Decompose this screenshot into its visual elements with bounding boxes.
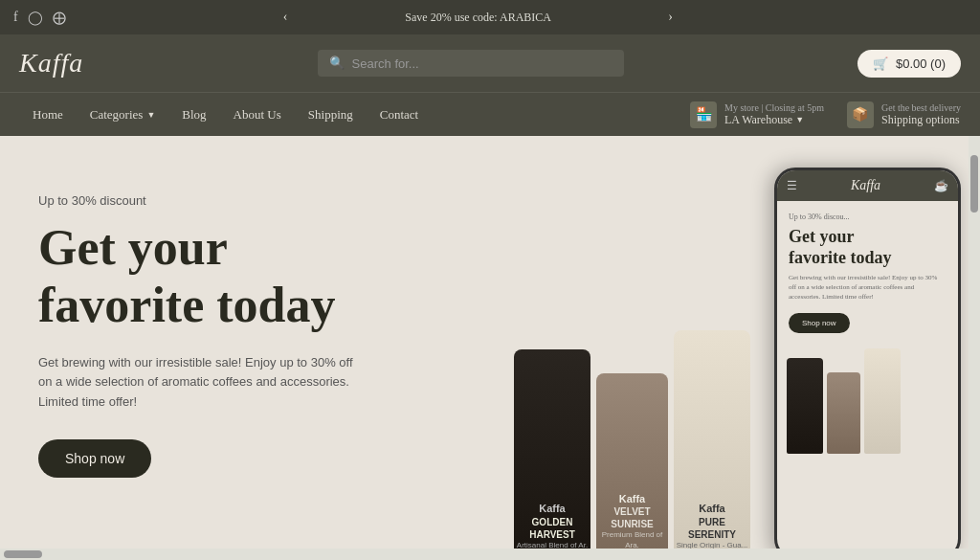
- logo[interactable]: Kaffa: [19, 48, 83, 78]
- facebook-icon[interactable]: f: [13, 10, 18, 25]
- promo-next-btn[interactable]: ›: [668, 10, 673, 24]
- product-images: Kaffa GOLDEN HARVEST Artisanal Blend of …: [514, 136, 750, 560]
- hero-title: Get your favorite today: [38, 219, 364, 334]
- shipping-info: Get the best delivery Shipping options: [881, 102, 961, 127]
- phone-menu-icon: ☰: [787, 179, 797, 193]
- scrollbar-thumb[interactable]: [970, 155, 978, 213]
- shipping-options[interactable]: 📦 Get the best delivery Shipping options: [847, 101, 961, 128]
- nav-right: 🏪 My store | Closing at 5pm LA Warehouse…: [690, 101, 961, 128]
- nav-item-blog[interactable]: Blog: [168, 94, 219, 136]
- shipping-icon: 📦: [847, 101, 874, 128]
- header: Kaffa 🔍 🛒 $0.00 (0): [0, 34, 980, 92]
- horizontal-scrollbar-thumb[interactable]: [4, 550, 42, 558]
- hero-description: Get brewing with our irresistible sale! …: [38, 353, 354, 413]
- product-bag-3: Kaffa PURE SERENITY Single Origin - Gua.…: [674, 330, 750, 560]
- hero-content: Up to 30% discount Get your favorite tod…: [0, 136, 402, 535]
- product-bag-2: Kaffa VELVET SUNRISE Premium Blend of Ar…: [596, 373, 668, 560]
- search-input[interactable]: [352, 56, 612, 71]
- nav-bar: Home Categories ▼ Blog About Us Shipping…: [0, 92, 980, 136]
- product-bag-1: Kaffa GOLDEN HARVEST Artisanal Blend of …: [514, 349, 590, 560]
- vertical-scrollbar[interactable]: [969, 136, 980, 560]
- phone-shop-button[interactable]: Shop now: [789, 313, 850, 333]
- cart-icon: 🛒: [873, 56, 888, 71]
- search-icon: 🔍: [329, 56, 345, 71]
- phone-description: Get brewing with our irresistible sale! …: [789, 274, 947, 302]
- bag-1-label: Kaffa GOLDEN HARVEST Artisanal Blend of …: [517, 502, 588, 550]
- store-info: My store | Closing at 5pm LA Warehouse ▼: [724, 102, 824, 127]
- promo-text: ‹ Save 20% use code: ARABICA ›: [66, 10, 890, 25]
- social-links[interactable]: f ◯ ⨁: [13, 10, 66, 26]
- nav-links: Home Categories ▼ Blog About Us Shipping…: [19, 94, 688, 136]
- phone-cart-icon: ☕: [934, 179, 948, 193]
- chevron-down-icon: ▼: [146, 110, 155, 120]
- instagram-icon[interactable]: ◯: [28, 10, 43, 26]
- search-bar[interactable]: 🔍: [318, 50, 624, 77]
- phone-nav: ☰ Kaffa ☕: [777, 170, 958, 201]
- phone-bag-3: [864, 348, 901, 454]
- phone-hero-content: Up to 30% discou... Get your favorite to…: [777, 201, 958, 345]
- shop-now-button[interactable]: Shop now: [38, 439, 151, 478]
- phone-bag-1: [787, 358, 823, 454]
- pinterest-icon[interactable]: ⨁: [53, 10, 66, 26]
- nav-item-about[interactable]: About Us: [220, 94, 295, 136]
- nav-item-home[interactable]: Home: [19, 94, 77, 136]
- phone-discount: Up to 30% discou...: [789, 213, 947, 221]
- phone-title: Get your favorite today: [789, 227, 947, 268]
- nav-item-contact[interactable]: Contact: [367, 94, 432, 136]
- store-selector[interactable]: 🏪 My store | Closing at 5pm LA Warehouse…: [690, 101, 824, 128]
- hero-section: Up to 30% discount Get your favorite tod…: [0, 136, 980, 560]
- cart-label: $0.00 (0): [896, 56, 946, 71]
- cart-button[interactable]: 🛒 $0.00 (0): [858, 50, 961, 78]
- store-dropdown-icon: ▼: [795, 115, 804, 124]
- top-bar: f ◯ ⨁ ‹ Save 20% use code: ARABICA ›: [0, 0, 980, 34]
- bag-2-label: Kaffa VELVET SUNRISE Premium Blend of Ar…: [596, 492, 668, 550]
- bag-3-label: Kaffa PURE SERENITY Single Origin - Gua.…: [677, 502, 748, 550]
- store-icon: 🏪: [690, 101, 717, 128]
- phone-screen: ☰ Kaffa ☕ Up to 30% discou... Get your f…: [777, 170, 958, 557]
- phone-mockup: ☰ Kaffa ☕ Up to 30% discou... Get your f…: [774, 168, 961, 560]
- hero-discount: Up to 30% discount: [38, 193, 364, 208]
- horizontal-scrollbar[interactable]: [0, 549, 969, 560]
- phone-products: [777, 348, 958, 454]
- nav-item-shipping[interactable]: Shipping: [295, 94, 367, 136]
- phone-bag-2: [827, 372, 860, 454]
- promo-prev-btn[interactable]: ‹: [283, 10, 288, 24]
- nav-item-categories[interactable]: Categories ▼: [77, 94, 169, 136]
